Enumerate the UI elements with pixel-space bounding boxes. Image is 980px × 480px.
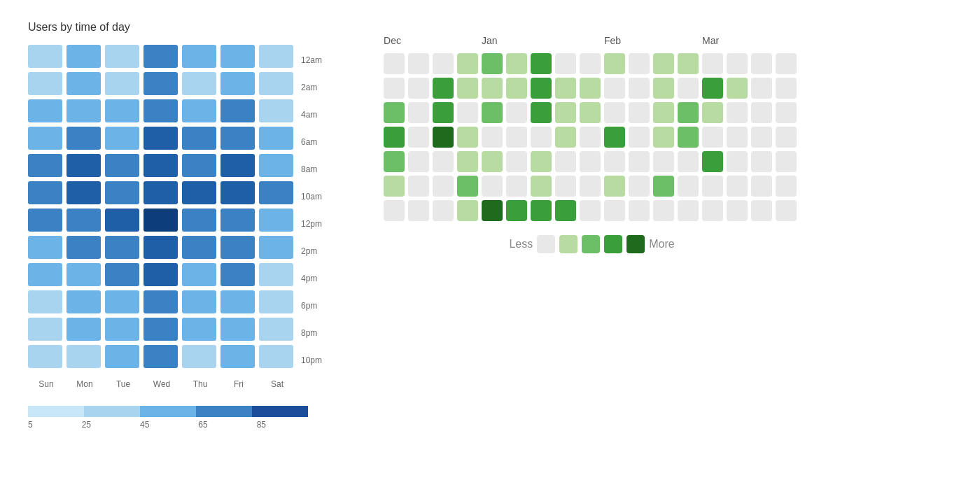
heatmap-cell: [220, 236, 255, 259]
cal-cell: [433, 78, 454, 99]
cal-cell: [653, 151, 674, 172]
heatmap-cell: [66, 209, 101, 232]
heatmap-cell: [182, 181, 216, 204]
cal-cell: [555, 151, 576, 172]
cal-cell: [408, 127, 429, 148]
heatmap-body: 12am2am4am6am8am10am12pm2pm4pm6pm8pm10pm: [28, 45, 328, 374]
legend-segment: [84, 406, 140, 417]
cal-cell: [457, 151, 478, 172]
cal-month-label: Jan: [482, 35, 604, 46]
y-label: 2am: [301, 73, 322, 101]
cal-cell: [653, 127, 674, 148]
heatmap-cell: [259, 127, 293, 150]
cal-cell: [751, 151, 772, 172]
heatmap-cell: [144, 318, 178, 341]
cal-cell: [384, 151, 405, 172]
heatmap-cell: [220, 209, 255, 232]
heatmap-cell: [182, 263, 216, 286]
y-label: 6pm: [301, 292, 322, 319]
cal-row: [384, 127, 800, 148]
heatmap-cell: [105, 181, 139, 204]
heatmap-cell: [105, 345, 139, 368]
cal-row: [384, 151, 800, 172]
cal-cell: [482, 176, 503, 197]
heatmap-cell: [144, 181, 178, 204]
heatmap-cell: [182, 72, 216, 95]
cal-cell: [629, 78, 650, 99]
cal-cell: [408, 78, 429, 99]
heatmap-cell: [105, 99, 139, 122]
heatmap-cell: [259, 181, 293, 204]
cal-cell: [678, 127, 699, 148]
heatmap-cell: [182, 127, 216, 150]
y-label: 4am: [301, 101, 322, 128]
cal-cell: [555, 78, 576, 99]
heatmap-cell: [259, 345, 293, 368]
cal-legend-cell: [559, 235, 578, 253]
cal-cell: [629, 176, 650, 197]
cal-cell: [408, 102, 429, 123]
y-label: 4pm: [301, 264, 322, 292]
cal-cell: [678, 53, 699, 74]
cal-cell: [433, 151, 454, 172]
heatmap-cell: [105, 127, 139, 150]
cal-cell: [482, 102, 503, 123]
cal-cell: [727, 200, 748, 221]
heatmap-cell: [259, 290, 293, 313]
heatmap-cell: [105, 236, 139, 259]
cal-cell: [580, 151, 601, 172]
cal-cell: [482, 151, 503, 172]
heatmap-cell: [28, 127, 62, 150]
cal-cell: [604, 78, 625, 99]
heatmap-cell: [259, 209, 293, 232]
cal-cell: [457, 53, 478, 74]
calendar-section: DecJanFebMar LessMore: [384, 21, 800, 430]
heatmap-cell: [66, 45, 101, 68]
cal-cell: [678, 102, 699, 123]
heatmap-cell: [220, 127, 255, 150]
y-label: 12pm: [301, 210, 322, 237]
cal-cell: [751, 200, 772, 221]
cal-cell: [457, 176, 478, 197]
heatmap-cell: [66, 318, 101, 341]
heatmap-cell: [28, 154, 62, 177]
heatmap-cell: [105, 45, 139, 68]
heatmap-cell: [259, 263, 293, 286]
y-label: 10am: [301, 183, 322, 210]
x-label: Tue: [105, 379, 141, 389]
cal-legend-cell: [537, 235, 555, 253]
heatmap-cell: [220, 45, 255, 68]
cal-cell: [776, 102, 797, 123]
heatmap-cell: [144, 127, 178, 150]
heatmap-cell: [182, 45, 216, 68]
heatmap-cell: [220, 263, 255, 286]
cal-cell: [384, 200, 405, 221]
cal-cell: [482, 78, 503, 99]
heatmap-cell: [144, 154, 178, 177]
heatmap-cell: [66, 127, 101, 150]
cal-cell: [408, 151, 429, 172]
cal-cell: [702, 176, 723, 197]
heatmap-cell: [66, 345, 101, 368]
cal-cell: [580, 200, 601, 221]
cal-cell: [531, 127, 552, 148]
heatmap-cell: [66, 72, 101, 95]
heatmap-cell: [220, 72, 255, 95]
cal-cell: [702, 53, 723, 74]
cal-cell: [604, 151, 625, 172]
cal-cell: [702, 200, 723, 221]
cal-cell: [751, 127, 772, 148]
heatmap-cell: [182, 236, 216, 259]
cal-cell: [506, 53, 527, 74]
legend-label: 85: [257, 420, 266, 430]
cal-cell: [531, 151, 552, 172]
cal-cell: [506, 176, 527, 197]
cal-cell: [751, 78, 772, 99]
cal-row: [384, 176, 800, 197]
heatmap-cell: [28, 318, 62, 341]
y-label: 10pm: [301, 346, 322, 374]
cal-cell: [506, 200, 527, 221]
cal-legend: LessMore: [384, 235, 800, 253]
cal-cell: [751, 53, 772, 74]
legend-label: 5: [28, 420, 33, 430]
